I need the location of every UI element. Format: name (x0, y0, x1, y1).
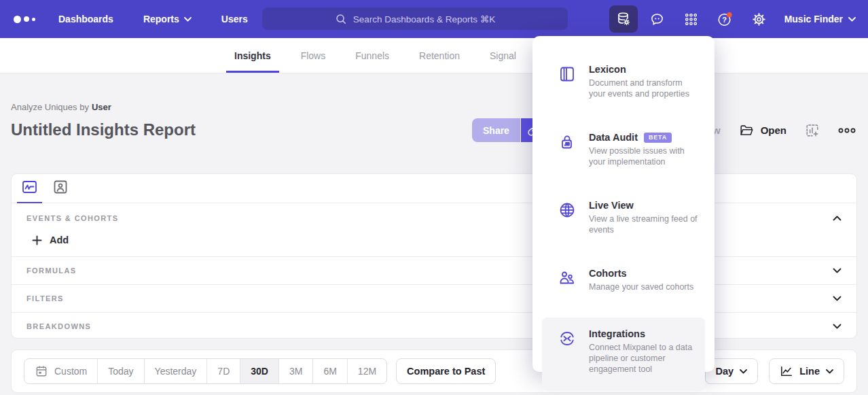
line-chart-tab-icon (21, 179, 38, 194)
nav-icon-group: ? Music Finder (609, 0, 868, 38)
compare-to-past-button[interactable]: Compare to Past (396, 358, 496, 384)
chevron-down-icon (826, 369, 833, 374)
grid-icon (683, 12, 699, 27)
beta-badge: BETA (644, 133, 672, 143)
tab-signal[interactable]: Signal (490, 38, 516, 73)
ellipsis-icon (838, 127, 856, 134)
tab-label: Insights (234, 50, 271, 61)
section-formulas[interactable]: FORMULAS (12, 256, 856, 284)
mixpanel-logo-icon[interactable] (14, 16, 35, 23)
compare-label: Compare to Past (407, 366, 485, 377)
menu-item-data-audit[interactable]: Data Audit BETA View possible issues wit… (542, 124, 705, 175)
chevron-down-icon (184, 17, 192, 22)
date-option-custom[interactable]: Custom (24, 359, 98, 383)
header-actions: New Open (700, 118, 856, 142)
globe-icon (558, 201, 576, 219)
gear-icon (751, 12, 767, 27)
date-option-6m[interactable]: 6M (313, 359, 347, 383)
date-option-today[interactable]: Today (98, 359, 144, 383)
plus-icon (32, 235, 42, 245)
menu-item-title: Cohorts (589, 268, 627, 279)
chart-type-dropdown[interactable]: Line (769, 358, 844, 384)
date-option-yesterday[interactable]: Yesterday (145, 359, 208, 383)
page-title[interactable]: Untitled Insights Report (11, 120, 196, 139)
database-gear-icon (615, 11, 632, 27)
date-option-12m[interactable]: 12M (348, 359, 386, 383)
subtitle-value[interactable]: User (92, 102, 111, 112)
project-name: Music Finder (784, 14, 843, 24)
tab-label: Retention (419, 50, 460, 61)
section-label: FILTERS (26, 294, 64, 303)
share-button[interactable]: Share (472, 118, 520, 142)
chevron-down-icon[interactable] (833, 268, 842, 273)
section-label: FORMULAS (26, 267, 77, 275)
menu-item-description: View a live streaming feed of events (589, 213, 698, 235)
date-range-segmented-control: Custom Today Yesterday 7D 30D 3M 6M 12M (24, 358, 387, 384)
person-tab-icon (53, 179, 68, 194)
subtitle-prefix: Analyze Uniques by (11, 102, 89, 112)
nav-dashboards-label: Dashboards (58, 14, 113, 24)
open-report-button[interactable]: Open (739, 123, 786, 138)
users-view-tab[interactable] (52, 179, 69, 203)
nav-reports[interactable]: Reports (143, 14, 192, 24)
nav-dashboards[interactable]: Dashboards (58, 14, 113, 24)
add-to-dashboard-button[interactable] (805, 123, 820, 138)
folder-icon (739, 123, 754, 138)
menu-item-title: Lexicon (589, 64, 626, 75)
data-tools-button[interactable] (609, 5, 638, 33)
section-breakdowns[interactable]: BREAKDOWNS (12, 312, 856, 340)
data-audit-lock-icon (558, 133, 576, 151)
search-placeholder: Search Dashboards & Reports ⌘K (353, 14, 495, 24)
chevron-down-icon (740, 369, 747, 374)
data-tools-menu: Lexicon Document and transform your even… (532, 36, 715, 372)
menu-item-integrations[interactable]: Integrations Connect Mixpanel to a data … (542, 317, 705, 391)
section-label: BREAKDOWNS (26, 322, 91, 330)
date-option-label: Custom (54, 366, 87, 377)
menu-item-cohorts[interactable]: Cohorts Manage your saved cohorts (542, 260, 705, 300)
feedback-button[interactable] (643, 5, 672, 33)
integrations-sync-icon (558, 330, 576, 347)
events-view-tab[interactable] (20, 179, 39, 203)
nav-users[interactable]: Users (221, 14, 248, 24)
tab-retention[interactable]: Retention (419, 38, 460, 73)
line-chart-icon (780, 365, 793, 377)
project-switcher[interactable]: Music Finder (784, 14, 856, 24)
menu-item-live-view[interactable]: Live View View a live streaming feed of … (542, 192, 705, 243)
lexicon-book-icon (558, 65, 576, 83)
apps-grid-button[interactable] (677, 5, 706, 33)
tab-insights[interactable]: Insights (234, 38, 271, 73)
date-option-7d[interactable]: 7D (207, 359, 240, 383)
tab-funnels[interactable]: Funnels (355, 38, 389, 73)
date-option-30d[interactable]: 30D (240, 359, 279, 383)
chevron-down-icon[interactable] (833, 296, 842, 301)
help-button[interactable]: ? (711, 5, 740, 33)
chart-plus-icon (805, 123, 820, 138)
add-event-button[interactable]: Add (12, 228, 84, 256)
report-tabbar: Insights Flows Funnels Retention Signal … (0, 38, 868, 73)
calendar-icon (35, 364, 48, 378)
nav-reports-label: Reports (143, 14, 179, 24)
settings-button[interactable] (745, 5, 774, 33)
menu-item-title: Integrations (589, 328, 645, 339)
cohorts-people-icon (558, 269, 576, 287)
interval-label: Day (716, 366, 734, 377)
menu-item-description: Manage your saved cohorts (589, 281, 698, 292)
section-events-cohorts[interactable]: EVENTS & COHORTS (12, 203, 856, 228)
date-option-3m[interactable]: 3M (279, 359, 313, 383)
chevron-up-icon[interactable] (833, 216, 842, 221)
chevron-down-icon[interactable] (833, 324, 842, 329)
svg-text:?: ? (722, 15, 727, 23)
app-screen: Dashboards Reports Users Search Dashboar… (0, 0, 868, 395)
tab-label: Flows (301, 50, 326, 61)
menu-item-title: Live View (589, 200, 634, 211)
menu-item-description: Connect Mixpanel to a data pipeline or c… (589, 342, 698, 375)
section-filters[interactable]: FILTERS (12, 284, 856, 312)
chart-controls-panel: Custom Today Yesterday 7D 30D 3M 6M 12M … (11, 349, 857, 393)
menu-item-lexicon[interactable]: Lexicon Document and transform your even… (542, 56, 705, 107)
date-option-label: Today (108, 366, 133, 377)
tab-flows[interactable]: Flows (301, 38, 326, 73)
report-subtitle: Analyze Uniques byUser (11, 102, 111, 112)
search-input[interactable]: Search Dashboards & Reports ⌘K (262, 7, 568, 30)
more-options-button[interactable] (838, 127, 856, 134)
menu-item-title: Data Audit (589, 132, 638, 143)
